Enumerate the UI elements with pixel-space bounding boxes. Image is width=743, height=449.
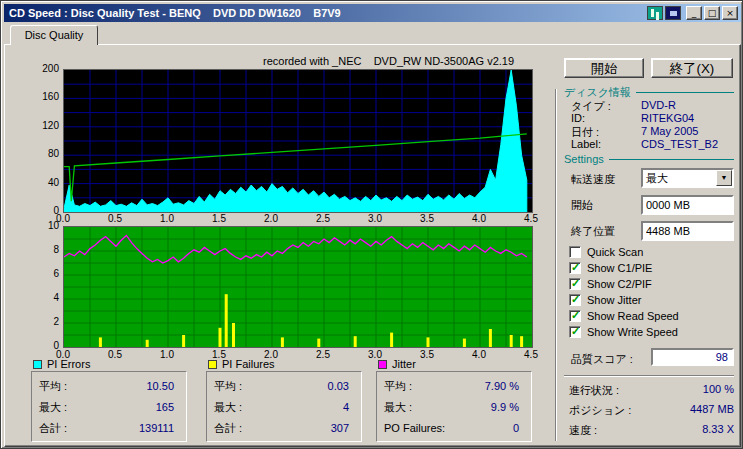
stat-row-average: 平均 :10.50 [39, 376, 174, 397]
jitter-chart [63, 226, 533, 348]
transfer-speed-select[interactable]: 最大 ▼ [641, 168, 734, 188]
disc-info-header: ディスク情報 [564, 85, 734, 100]
checkbox-box[interactable] [569, 246, 581, 258]
checkbox-label: Show Write Speed [587, 326, 678, 338]
sidebar-divider [555, 89, 557, 441]
jitter-legend: Jitter [378, 358, 416, 370]
stat-row-max: 最大 :165 [39, 397, 174, 418]
disc-type-value: DVD-R [641, 99, 676, 111]
checkbox-show-jitter[interactable]: Show Jitter [569, 293, 641, 307]
stat-row-average: 平均 :7.90 % [384, 376, 519, 397]
start-position-input[interactable] [641, 195, 734, 215]
checkbox-box[interactable] [569, 326, 581, 338]
stat-row-total: 合計 :307 [214, 418, 349, 439]
stat-value: 165 [156, 397, 174, 418]
pi-errors-statbox: 平均 :10.50 最大 :165 合計 :139111 [31, 371, 187, 442]
stat-row-average: 平均 :0.03 [214, 376, 349, 397]
stat-label: 平均 : [214, 376, 242, 397]
checkbox-label: Show Read Speed [587, 310, 679, 322]
stat-label: 平均 : [384, 376, 412, 397]
start-test-button[interactable]: 開始 [564, 58, 644, 78]
jitter-legend-label: Jitter [392, 358, 416, 370]
stat-row-max: 最大 :4 [214, 397, 349, 418]
close-button[interactable]: × [722, 6, 738, 20]
checkbox-box[interactable] [569, 294, 581, 306]
stat-label: 最大 : [384, 397, 412, 418]
exit-button[interactable]: 終了(X) [651, 58, 733, 78]
position-value: 4487 MB [634, 403, 734, 415]
disc-date-value: 7 May 2005 [641, 125, 698, 137]
transfer-speed-value: 最大 [643, 170, 716, 186]
section-line [609, 159, 734, 160]
settings-header: Settings [564, 153, 734, 165]
stat-label: 合計 : [214, 418, 242, 439]
checkbox-label: Show C2/PIF [587, 278, 652, 290]
stat-value: 10.50 [146, 376, 174, 397]
disc-label-label: Label: [571, 138, 601, 150]
stat-value: 7.90 % [485, 376, 519, 397]
stat-value: 0 [513, 418, 519, 439]
settings-title: Settings [564, 153, 604, 165]
checkbox-show-read-speed[interactable]: Show Read Speed [569, 309, 679, 323]
jitter-swatch [378, 360, 387, 369]
end-position-input[interactable] [641, 221, 734, 241]
stat-row-max: 最大 :9.9 % [384, 397, 519, 418]
stat-row-total: 合計 :139111 [39, 418, 174, 439]
section-line [636, 92, 734, 93]
stat-value: 139111 [139, 418, 174, 439]
start-position-label: 開始 [571, 198, 593, 213]
pi-errors-legend-label: PI Errors [47, 358, 90, 370]
stat-label: 平均 : [39, 376, 67, 397]
disc-icon[interactable] [665, 6, 681, 20]
chart-icon[interactable] [647, 6, 663, 20]
window-title: CD Speed : Disc Quality Test - BENQ DVD … [4, 7, 341, 19]
checkbox-label: Quick Scan [587, 246, 643, 258]
checkbox-box[interactable] [569, 278, 581, 290]
disc-id-label: ID: [571, 112, 585, 124]
divider [564, 375, 734, 377]
pi-errors-chart [63, 69, 533, 213]
stat-label: 最大 : [214, 397, 242, 418]
chevron-down-icon[interactable]: ▼ [716, 170, 732, 186]
position-label: ポジション : [569, 403, 631, 418]
pi-failures-legend: PI Failures [208, 358, 275, 370]
app-window: CD Speed : Disc Quality Test - BENQ DVD … [0, 0, 743, 449]
quality-score-label: 品質スコア : [571, 352, 633, 367]
stat-value: 9.9 % [491, 397, 519, 418]
progress-value: 100 % [634, 383, 734, 395]
stat-value: 4 [343, 397, 349, 418]
stat-label: PO Failures: [384, 418, 445, 439]
pi-errors-legend: PI Errors [33, 358, 90, 370]
checkbox-show-c1-pie[interactable]: Show C1/PIE [569, 261, 652, 275]
minimize-button[interactable]: _ [686, 6, 702, 20]
disc-label-value: CDS_TEST_B2 [641, 138, 718, 150]
checkbox-box[interactable] [569, 262, 581, 274]
checkbox-box[interactable] [569, 310, 581, 322]
checkbox-quick-scan[interactable]: Quick Scan [569, 245, 643, 259]
disc-info-title: ディスク情報 [564, 85, 631, 100]
stat-value: 307 [331, 418, 349, 439]
speed-label: 速度 : [569, 423, 597, 438]
checkbox-label: Show Jitter [587, 294, 641, 306]
jitter-statbox: 平均 :7.90 % 最大 :9.9 % PO Failures:0 [376, 371, 532, 442]
progress-label: 進行状況 : [569, 383, 619, 398]
end-position-label: 終了位置 [571, 224, 615, 239]
transfer-speed-label: 転送速度 [571, 172, 615, 187]
stat-label: 合計 : [39, 418, 67, 439]
tab-disc-quality[interactable]: Disc Quality [10, 25, 98, 45]
stat-value: 0.03 [328, 376, 349, 397]
stat-row-po-failures: PO Failures:0 [384, 418, 519, 439]
speed-value: 8.33 X [634, 423, 734, 435]
disc-id-value: RITEKG04 [641, 112, 694, 124]
pi-failures-statbox: 平均 :0.03 最大 :4 合計 :307 [206, 371, 362, 442]
checkbox-show-c2-pif[interactable]: Show C2/PIF [569, 277, 652, 291]
titlebar[interactable]: CD Speed : Disc Quality Test - BENQ DVD … [4, 4, 741, 22]
pi-failures-swatch [208, 360, 217, 369]
stat-label: 最大 : [39, 397, 67, 418]
maximize-button[interactable]: □ [704, 6, 720, 20]
checkbox-label: Show C1/PIE [587, 262, 652, 274]
quality-score-value: 98 [651, 348, 734, 366]
pi-errors-swatch [33, 360, 42, 369]
checkbox-show-write-speed[interactable]: Show Write Speed [569, 325, 678, 339]
recorded-note: recorded with _NEC DVD_RW ND-3500AG v2.1… [263, 55, 514, 67]
